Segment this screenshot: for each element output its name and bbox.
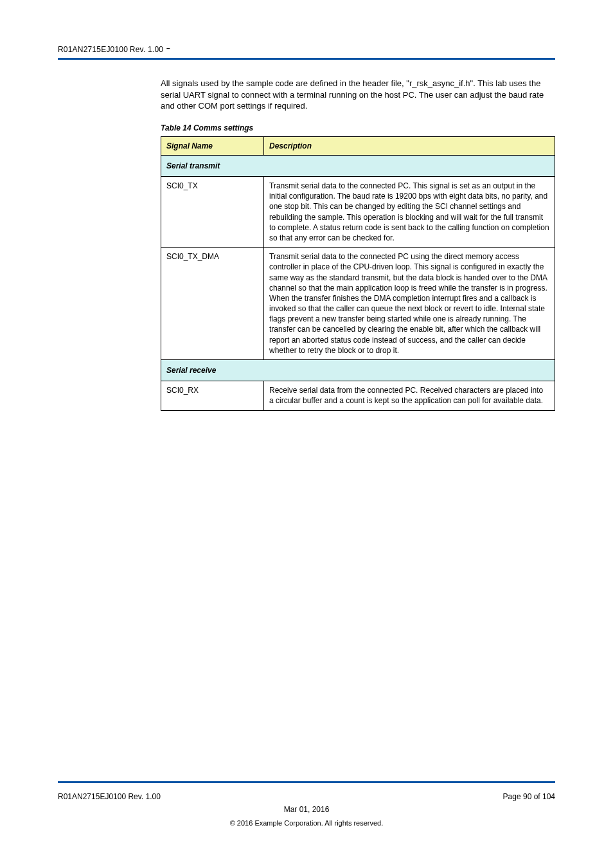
footer-disclaimer: © 2016 Example Corporation. All rights r…	[58, 819, 555, 827]
footer-right: Page 90 of 104	[503, 792, 555, 801]
header-doc-code: R01AN2715EJ0100	[58, 45, 128, 54]
table-section-row: Serial receive	[161, 360, 555, 381]
table-section-title: Serial receive	[161, 360, 555, 381]
footer-left: R01AN2715EJ0100 Rev. 1.00	[58, 792, 161, 801]
main-content-column: All signals used by the sample code are …	[161, 78, 555, 411]
page-header: R01AN2715EJ0100 Rev. 1.00 –	[58, 45, 555, 60]
table-header-row: Signal Name Description	[161, 136, 555, 155]
header-separator: –	[165, 45, 170, 52]
footer-date: Mar 01, 2016	[0, 805, 613, 814]
table-row: SCI0_RX Receive serial data from the con…	[161, 381, 555, 410]
table-row: SCI0_TX Transmit serial data to the conn…	[161, 177, 555, 248]
table-header-description: Description	[264, 136, 555, 155]
table-cell-description: Transmit serial data to the connected PC…	[264, 248, 555, 360]
table-section-title: Serial transmit	[161, 155, 555, 176]
table-section-row: Serial transmit	[161, 155, 555, 176]
intro-paragraph: All signals used by the sample code are …	[161, 78, 555, 112]
header-rev: Rev. 1.00	[130, 45, 163, 54]
footer-rule	[58, 781, 555, 783]
table-row: SCI0_TX_DMA Transmit serial data to the …	[161, 248, 555, 360]
table-cell-signal: SCI0_TX_DMA	[161, 248, 264, 360]
table-cell-description: Transmit serial data to the connected PC…	[264, 177, 555, 248]
table-cell-signal: SCI0_RX	[161, 381, 264, 410]
table-cell-signal: SCI0_TX	[161, 177, 264, 248]
table-caption: Table 14 Comms settings	[161, 123, 253, 132]
table-caption-row: Table 14 Comms settings	[161, 123, 555, 132]
table-cell-description: Receive serial data from the connected P…	[264, 381, 555, 410]
table-header-signal: Signal Name	[161, 136, 264, 155]
left-margin-column	[58, 78, 161, 411]
signals-table: Signal Name Description Serial transmit …	[161, 136, 555, 411]
